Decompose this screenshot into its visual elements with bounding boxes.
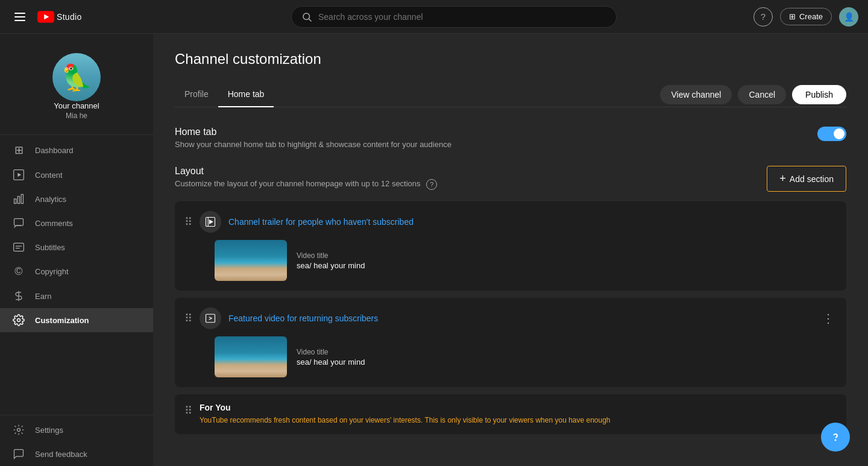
drag-handle-icon[interactable]: ⠿ — [184, 215, 192, 228]
nav-right: ? ⊞ Create 👤 — [753, 7, 858, 27]
sidebar-label-dashboard: Dashboard — [35, 146, 74, 155]
body-wrap: Your channel Mia he ⊞ Dashboard Content … — [0, 34, 868, 466]
featured-video-label: Video title — [297, 348, 365, 356]
toggle-thumb — [834, 128, 844, 139]
svg-rect-19 — [206, 314, 215, 323]
youtube-logo-icon — [37, 11, 54, 23]
svg-marker-17 — [210, 220, 213, 224]
svg-line-3 — [309, 19, 311, 21]
trailer-video-thumbnail — [215, 240, 287, 281]
for-you-card: ⠿ For You YouTube recommends fresh conte… — [175, 394, 846, 434]
sidebar-item-analytics[interactable]: Analytics — [0, 187, 153, 211]
trailer-video-name: sea/ heal your mind — [297, 261, 365, 270]
featured-video-thumbnail — [215, 336, 287, 377]
svg-rect-6 — [14, 199, 16, 204]
help-button[interactable]: ? — [753, 7, 773, 27]
sidebar-label-copyright: Copyright — [35, 267, 69, 276]
channel-info: Your channel Mia he — [0, 43, 153, 132]
drag-handle-foryou-icon[interactable]: ⠿ — [184, 403, 192, 417]
for-you-title: For You — [200, 403, 611, 412]
create-button[interactable]: ⊞ Create — [780, 8, 832, 25]
search-input[interactable] — [318, 12, 606, 22]
create-label: Create — [799, 12, 823, 21]
analytics-icon — [12, 193, 25, 205]
studio-label: Studio — [57, 12, 82, 22]
layout-subtitle: Customize the layout of your channel hom… — [175, 179, 437, 190]
sidebar-label-content: Content — [35, 171, 63, 180]
sidebar-item-content[interactable]: Content — [0, 163, 153, 187]
svg-point-2 — [303, 13, 310, 20]
svg-point-21 — [835, 440, 836, 441]
floating-help-button[interactable] — [821, 423, 850, 452]
sidebar-divider-top — [0, 134, 153, 135]
layout-info-icon[interactable]: ? — [426, 179, 437, 190]
sidebar-label-analytics: Analytics — [35, 195, 66, 204]
trailer-type-icon — [200, 211, 221, 233]
content-icon — [12, 169, 25, 181]
toggle-track — [817, 127, 846, 141]
top-navigation: Studio ? ⊞ Create 👤 — [0, 0, 868, 34]
sidebar-divider-bottom — [0, 415, 153, 415]
search-icon — [301, 11, 312, 22]
layout-header: Layout Customize the layout of your chan… — [175, 166, 846, 192]
card-trailer-content: Video title sea/ heal your mind — [184, 240, 837, 281]
home-tab-subtitle: Show your channel home tab to highlight … — [175, 140, 451, 149]
sidebar-item-customization[interactable]: Customization — [0, 308, 153, 332]
logo-area[interactable]: Studio — [37, 11, 82, 23]
card-trailer-title: Channel trailer for people who haven't s… — [228, 217, 837, 227]
sidebar-item-subtitles[interactable]: Subtitles — [0, 235, 153, 259]
tab-profile[interactable]: Profile — [175, 82, 218, 107]
customization-icon — [12, 314, 25, 326]
home-tab-toggle[interactable] — [817, 127, 846, 141]
publish-button[interactable]: Publish — [792, 85, 846, 104]
sidebar-label-earn: Earn — [35, 292, 51, 301]
add-section-plus-icon: + — [779, 172, 786, 185]
search-bar — [154, 6, 753, 28]
view-channel-button[interactable]: View channel — [660, 85, 732, 104]
copyright-icon: © — [12, 265, 25, 278]
tabs-actions: View channel Cancel Publish — [660, 85, 846, 104]
cancel-button[interactable]: Cancel — [738, 85, 786, 104]
tab-home-tab[interactable]: Home tab — [218, 82, 274, 107]
featured-video-info: Video title sea/ heal your mind — [297, 348, 365, 367]
card-featured-header: ⠿ Featured video for returning subscribe… — [184, 307, 837, 329]
card-featured-content: Video title sea/ heal your mind — [184, 336, 837, 377]
add-section-button[interactable]: + Add section — [767, 166, 846, 192]
for-you-content: For You YouTube recommends fresh content… — [200, 403, 611, 426]
sidebar: Your channel Mia he ⊞ Dashboard Content … — [0, 34, 153, 466]
card-trailer-header: ⠿ Channel trailer for people who haven't… — [184, 211, 837, 233]
layout-title: Layout — [175, 166, 437, 177]
sidebar-label-customization: Customization — [35, 316, 89, 325]
channel-name: Your channel — [54, 101, 99, 110]
layout-section: Layout Customize the layout of your chan… — [175, 166, 846, 434]
section-card-trailer: ⠿ Channel trailer for people who haven't… — [175, 201, 846, 291]
dashboard-icon: ⊞ — [12, 143, 25, 157]
comments-icon — [12, 217, 25, 229]
user-avatar[interactable]: 👤 — [839, 7, 858, 27]
nav-left: Studio — [10, 8, 154, 26]
svg-point-14 — [17, 319, 20, 322]
feedback-icon — [12, 448, 25, 460]
create-plus-icon: ⊞ — [789, 12, 796, 21]
card-featured-menu[interactable]: ⋮ — [820, 309, 837, 328]
hamburger-menu[interactable] — [10, 8, 30, 26]
section-card-featured: ⠿ Featured video for returning subscribe… — [175, 298, 846, 387]
sidebar-item-send-feedback[interactable]: Send feedback — [0, 442, 153, 466]
svg-rect-9 — [14, 219, 24, 226]
sidebar-item-settings[interactable]: Settings — [0, 418, 153, 442]
settings-icon — [12, 424, 25, 436]
svg-point-15 — [17, 429, 20, 432]
svg-rect-8 — [21, 195, 23, 204]
add-section-label: Add section — [790, 174, 834, 184]
sidebar-item-comments[interactable]: Comments — [0, 211, 153, 235]
sidebar-label-subtitles: Subtitles — [35, 243, 65, 252]
sidebar-label-settings: Settings — [35, 426, 63, 435]
sidebar-item-dashboard[interactable]: ⊞ Dashboard — [0, 137, 153, 163]
subtitles-icon — [12, 241, 25, 253]
sidebar-label-comments: Comments — [35, 219, 73, 228]
sidebar-item-earn[interactable]: Earn — [0, 284, 153, 308]
search-input-wrapper[interactable] — [291, 6, 617, 28]
drag-handle-featured-icon[interactable]: ⠿ — [184, 312, 192, 325]
channel-avatar[interactable] — [52, 53, 101, 101]
sidebar-item-copyright[interactable]: © Copyright — [0, 259, 153, 284]
